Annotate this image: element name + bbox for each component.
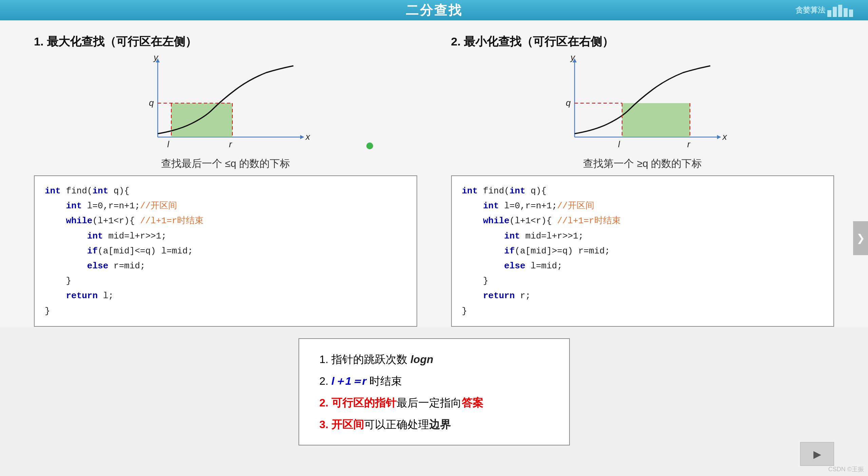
svg-marker-18 [717, 135, 721, 139]
logo-text: 贪婪算法 [795, 5, 825, 15]
green-dot [366, 142, 373, 149]
right-arrow-button[interactable]: ❯ [853, 221, 868, 255]
svg-text:q: q [149, 98, 154, 108]
svg-text:x: x [305, 132, 310, 142]
code1-line0: int find(int q){ [45, 184, 406, 198]
summary-line2: 2. l＋1＝r 时结束 [320, 370, 549, 392]
svg-rect-4 [849, 9, 853, 17]
section1-desc: 查找最后一个 ≤q 的数的下标 [34, 157, 417, 171]
summary-line4: 3. 开区间可以正确处理边界 [320, 414, 549, 435]
svg-text:l: l [618, 139, 620, 149]
code2-line7: return r; [462, 288, 824, 303]
graph1-svg: y x q l r [137, 56, 314, 151]
graph1-container: y x q l r [34, 56, 417, 151]
code-box-1: int find(int q){ int l=0,r=n+1;//开区间 whi… [34, 175, 417, 327]
code-box-2: int find(int q){ int l=0,r=n+1;//开区间 whi… [451, 175, 834, 327]
svg-text:r: r [687, 139, 691, 149]
summary-box: 1. 指针的跳跃次数 logn 2. l＋1＝r 时结束 2. 可行区的指针最后… [298, 338, 570, 445]
watermark: CSDN ©王振 [828, 465, 864, 473]
summary-text1a: 1. 指针的跳跃次数 [320, 353, 410, 365]
main-content: 1. 最大化查找（可行区在左侧） y x q [0, 20, 868, 327]
summary-text2: 2. [320, 375, 332, 387]
summary-line1: 1. 指针的跳跃次数 logn [320, 348, 549, 370]
code1-line8: } [45, 304, 406, 319]
svg-text:l: l [167, 139, 170, 149]
summary-logn: logn [410, 353, 433, 365]
summary-line3: 2. 可行区的指针最后一定指向答案 [320, 392, 549, 414]
section2-desc: 查找第一个 ≥q 的数的下标 [451, 157, 834, 171]
summary-boundary: 边界 [429, 418, 451, 431]
summary-text4b: 可以正确处理 [364, 418, 429, 431]
code1-line4: if(a[mid]<=q) l=mid; [45, 244, 406, 259]
code2-line1: int l=0,r=n+1;//开区间 [462, 198, 824, 213]
svg-text:x: x [722, 132, 727, 142]
code1-line1: int l=0,r=n+1;//开区间 [45, 198, 406, 213]
section2-title: 2. 最小化查找（可行区在右侧） [451, 34, 614, 50]
section-2: 2. 最小化查找（可行区在右侧） y x q [451, 34, 834, 327]
svg-text:y: y [570, 56, 576, 62]
page-title: 二分查找 [406, 2, 463, 19]
code2-line0: int find(int q){ [462, 184, 824, 198]
code2-line4: if(a[mid]>=q) r=mid; [462, 244, 824, 259]
svg-rect-2 [838, 5, 842, 17]
code2-line6: } [462, 273, 824, 288]
header: 二分查找 贪婪算法 [0, 0, 868, 20]
summary-answer: 答案 [462, 397, 483, 409]
svg-rect-3 [844, 8, 848, 17]
summary-l1r: l＋1＝r [331, 375, 366, 387]
code2-line8: } [462, 304, 824, 319]
summary-text2b: 时结束 [366, 375, 402, 387]
code2-line5: else l=mid; [462, 259, 824, 273]
svg-rect-1 [833, 7, 837, 17]
svg-text:r: r [229, 139, 232, 149]
code1-line2: while(l+1<r){ //l+1=r时结束 [45, 213, 406, 228]
graph2-svg: y x q l r [554, 56, 731, 151]
code1-line6: } [45, 273, 406, 288]
svg-rect-0 [827, 10, 831, 17]
code2-line3: int mid=l+r>>1; [462, 229, 824, 244]
playback-button[interactable]: ▶ [800, 442, 834, 466]
summary-feasible: 2. 可行区的指针 [320, 397, 397, 409]
logo: 贪婪算法 [795, 3, 854, 17]
code1-line7: return l; [45, 288, 406, 303]
svg-text:q: q [566, 98, 571, 108]
svg-text:y: y [153, 56, 159, 62]
svg-marker-6 [300, 135, 304, 139]
summary-text3b: 最后一定指向 [397, 397, 462, 409]
graph2-container: y x q l r [451, 56, 834, 151]
section-1: 1. 最大化查找（可行区在左侧） y x q [34, 34, 417, 327]
code1-line5: else r=mid; [45, 259, 406, 273]
summary-open: 3. 开区间 [320, 418, 364, 431]
code2-line2: while(l+1<r){ //l+1=r时结束 [462, 213, 824, 228]
logo-bars-icon [827, 3, 854, 17]
code1-line3: int mid=l+r>>1; [45, 229, 406, 244]
section1-title: 1. 最大化查找（可行区在左侧） [34, 34, 197, 50]
